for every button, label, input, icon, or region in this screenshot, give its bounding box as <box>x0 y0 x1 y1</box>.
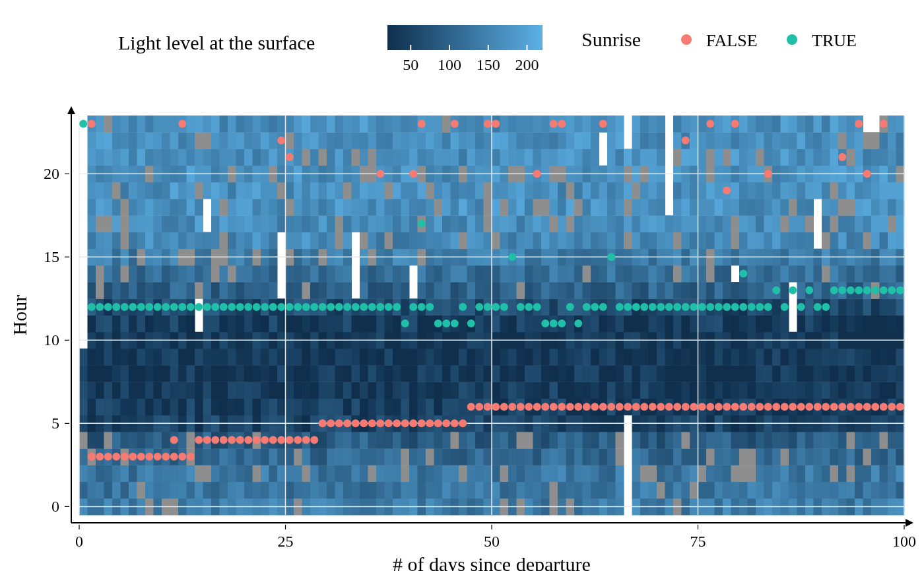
heatmap-cell <box>451 182 459 199</box>
point-sunrise-true <box>269 303 277 311</box>
point-sunrise-true <box>360 303 368 311</box>
heatmap-cell <box>104 316 113 333</box>
heatmap-cell <box>723 215 731 232</box>
heatmap-cell <box>764 199 773 216</box>
heatmap-cell <box>723 199 731 216</box>
heatmap-cell <box>154 316 162 333</box>
heatmap-cell <box>541 349 550 366</box>
heatmap-cell <box>500 432 509 449</box>
heatmap-cell <box>797 382 806 399</box>
point-sunrise-false <box>187 453 195 461</box>
heatmap-cell <box>888 349 896 366</box>
heatmap-cell <box>772 199 781 216</box>
heatmap-cell <box>591 365 599 382</box>
heatmap-cell <box>104 215 113 232</box>
heatmap-cell <box>302 215 311 232</box>
heatmap-cell <box>558 132 566 149</box>
heatmap-cell <box>822 432 830 449</box>
heatmap-cell <box>162 349 170 366</box>
heatmap-cell <box>178 482 187 499</box>
heatmap-cell <box>385 232 393 249</box>
point-sunrise-true <box>723 303 731 311</box>
heatmap-cell <box>541 382 550 399</box>
heatmap-cell <box>244 448 253 465</box>
heatmap-cell <box>525 282 533 299</box>
point-sunrise-true <box>236 303 244 311</box>
point-sunrise-false <box>533 170 541 178</box>
heatmap-cell <box>838 298 847 316</box>
heatmap-cell <box>401 365 410 382</box>
heatmap-cell <box>121 132 129 149</box>
heatmap-cell <box>195 232 203 249</box>
heatmap-cell <box>723 116 731 133</box>
heatmap-cell <box>368 182 377 199</box>
heatmap-cell <box>451 298 459 316</box>
heatmap-cell <box>789 182 797 199</box>
heatmap-cell <box>492 365 500 382</box>
heatmap-cell <box>517 465 525 482</box>
point-sunrise-true <box>706 303 714 311</box>
heatmap-cell <box>574 149 583 166</box>
heatmap-cell <box>244 149 253 166</box>
heatmap-cell <box>500 132 509 149</box>
point-sunrise-true <box>162 303 170 311</box>
heatmap-cell <box>409 132 418 149</box>
point-sunrise-false <box>451 419 459 427</box>
heatmap-cell <box>492 349 500 366</box>
heatmap-cell <box>129 432 137 449</box>
heatmap-cell <box>616 482 624 499</box>
heatmap-cell <box>830 465 839 482</box>
heatmap-cell <box>154 116 162 133</box>
heatmap-cell <box>649 432 657 449</box>
point-sunrise-false <box>459 419 467 427</box>
heatmap-cell <box>789 215 797 232</box>
heatmap-cell <box>294 282 302 299</box>
point-sunrise-false <box>484 403 492 411</box>
heatmap-cell <box>319 399 327 416</box>
heatmap-cell <box>748 465 756 482</box>
legend-swatch <box>681 34 692 45</box>
heatmap-cell <box>533 365 542 382</box>
heatmap-cell <box>352 199 360 216</box>
point-sunrise-true <box>170 303 178 311</box>
heatmap-cell <box>871 432 880 449</box>
heatmap-cell <box>797 132 806 149</box>
heatmap-cell <box>665 215 674 232</box>
heatmap-cell <box>104 199 113 216</box>
heatmap-cell <box>195 382 203 399</box>
heatmap-cell <box>830 132 839 149</box>
heatmap-cell <box>525 432 533 449</box>
heatmap-cell <box>211 199 220 216</box>
heatmap-cell <box>104 232 113 249</box>
heatmap-cell <box>764 382 773 399</box>
heatmap-cell <box>682 482 690 499</box>
heatmap-cell <box>459 232 467 249</box>
heatmap-cell <box>698 349 707 366</box>
heatmap-cell <box>96 399 104 416</box>
heatmap-cell <box>319 365 327 382</box>
heatmap-cell <box>228 448 236 465</box>
heatmap-cell <box>855 482 863 499</box>
heatmap-cell <box>310 482 319 499</box>
heatmap-cell <box>187 399 195 416</box>
heatmap-cell <box>253 349 261 366</box>
heatmap-cell <box>401 399 410 416</box>
heatmap-cell <box>253 182 261 199</box>
heatmap-cell <box>442 199 451 216</box>
heatmap-cell <box>253 215 261 232</box>
heatmap-cell <box>574 432 583 449</box>
heatmap-cell <box>665 232 674 249</box>
heatmap-cell <box>591 149 599 166</box>
heatmap-cell <box>352 149 360 166</box>
heatmap-cell <box>706 349 715 366</box>
point-sunrise-false <box>723 186 731 194</box>
heatmap-cell <box>360 232 368 249</box>
heatmap-cell <box>772 132 781 149</box>
heatmap-cell <box>715 465 723 482</box>
heatmap-cell <box>261 282 269 299</box>
heatmap-cell <box>500 232 509 249</box>
heatmap-cell <box>665 265 674 283</box>
heatmap-cell <box>261 365 269 382</box>
heatmap-cell <box>690 199 698 216</box>
heatmap-cell <box>583 199 591 216</box>
